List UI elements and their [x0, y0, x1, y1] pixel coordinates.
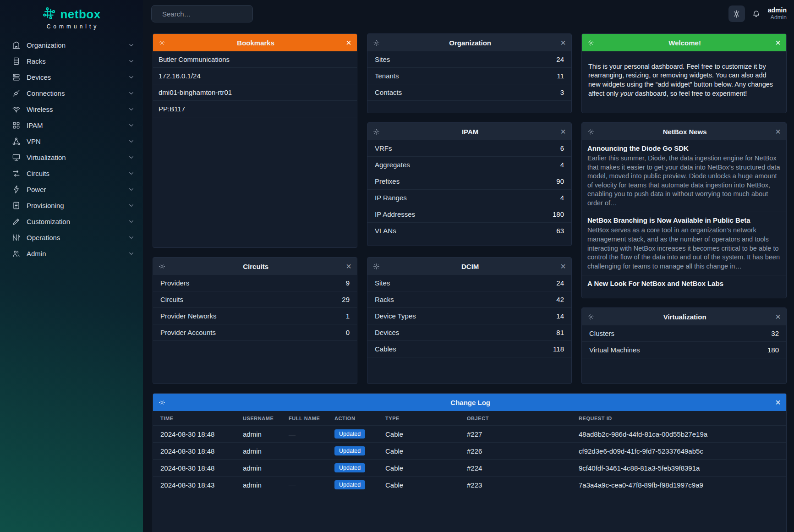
close-icon[interactable]: ×	[775, 127, 781, 136]
stat-value[interactable]: 118	[553, 345, 564, 353]
stat-label[interactable]: Racks	[375, 296, 394, 303]
changelog-object-link[interactable]: #224	[463, 460, 575, 477]
gear-icon[interactable]	[373, 263, 380, 270]
changelog-request-id-link[interactable]: 7a3a4a9c-cea0-47f8-89fb-f98d1997c9a9	[575, 477, 786, 494]
brand[interactable]: netbox Community	[0, 0, 143, 30]
bookmark-item[interactable]: dmi01-binghamton-rtr01	[153, 84, 357, 101]
chevron-down-icon	[128, 58, 135, 65]
search-box[interactable]	[151, 5, 253, 22]
stat-value[interactable]: 9	[346, 279, 350, 287]
gear-icon[interactable]	[159, 263, 165, 270]
news-item-title[interactable]: Announcing the Diode Go SDK	[587, 144, 689, 152]
stat-value[interactable]: 3	[560, 88, 564, 96]
stat-label[interactable]: IP Ranges	[375, 194, 407, 202]
stat-label[interactable]: Virtual Machines	[589, 346, 640, 354]
close-icon[interactable]: ×	[560, 262, 566, 271]
stat-label[interactable]: IP Addresses	[375, 210, 415, 218]
stat-label[interactable]: Provider Accounts	[160, 329, 216, 336]
changelog-time-link[interactable]: 2024-08-30 18:48	[153, 426, 239, 443]
stat-value[interactable]: 42	[556, 296, 564, 303]
stat-label[interactable]: Sites	[375, 55, 390, 63]
sidebar-item-vpn[interactable]: VPN	[0, 133, 143, 149]
changelog-object-link[interactable]: #223	[463, 477, 575, 494]
stat-label[interactable]: VLANs	[375, 227, 396, 235]
stat-value[interactable]: 29	[342, 296, 350, 303]
stat-value[interactable]: 6	[560, 144, 564, 152]
stat-label[interactable]: Aggregates	[375, 161, 410, 169]
news-item-title[interactable]: A New Look For NetBox and NetBox Labs	[587, 280, 723, 287]
changelog-time-link[interactable]: 2024-08-30 18:48	[153, 443, 239, 460]
brand-subtitle: Community	[44, 23, 99, 30]
close-icon[interactable]: ×	[775, 398, 781, 407]
bookmark-item[interactable]: 172.16.0.1/24	[153, 68, 357, 84]
netbox-app: netbox Community Organization Racks Devi…	[0, 0, 794, 532]
close-icon[interactable]: ×	[775, 38, 781, 47]
close-icon[interactable]: ×	[346, 262, 351, 271]
stat-value[interactable]: 180	[553, 210, 564, 218]
sidebar-item-customization[interactable]: Customization	[0, 214, 143, 230]
stat-value[interactable]: 24	[556, 279, 564, 287]
close-icon[interactable]: ×	[775, 312, 781, 321]
bookmark-item[interactable]: Butler Communications	[153, 51, 357, 68]
changelog-time-link[interactable]: 2024-08-30 18:43	[153, 477, 239, 494]
changelog-object-link[interactable]: #227	[463, 426, 575, 443]
gear-icon[interactable]	[587, 313, 594, 320]
stat-label[interactable]: Sites	[375, 279, 390, 287]
gear-icon[interactable]	[159, 39, 165, 46]
stat-label[interactable]: Clusters	[589, 329, 614, 337]
stat-label[interactable]: Providers	[160, 279, 189, 287]
close-icon[interactable]: ×	[346, 38, 351, 47]
sidebar-item-provisioning[interactable]: Provisioning	[0, 197, 143, 214]
stat-value[interactable]: 81	[556, 329, 564, 336]
sidebar-item-organization[interactable]: Organization	[0, 37, 143, 53]
sidebar-item-wireless[interactable]: Wireless	[0, 101, 143, 117]
stat-value[interactable]: 4	[560, 161, 564, 169]
search-input[interactable]	[161, 10, 254, 18]
sidebar-item-operations[interactable]: Operations	[0, 230, 143, 246]
stat-value[interactable]: 11	[557, 72, 564, 80]
changelog-object-link[interactable]: #226	[463, 443, 575, 460]
bookmark-item[interactable]: PP:B117	[153, 101, 357, 117]
theme-toggle-button[interactable]	[728, 5, 745, 22]
stat-value[interactable]: 63	[556, 227, 564, 235]
stat-value[interactable]: 24	[556, 55, 564, 63]
changelog-request-id-link[interactable]: 48ad8b2c-986d-44fd-81ca-00d55b27e19a	[575, 426, 786, 443]
gear-icon[interactable]	[373, 39, 380, 46]
stat-label[interactable]: Tenants	[375, 72, 399, 80]
sidebar-item-ipam[interactable]: IPAM	[0, 117, 143, 133]
changelog-request-id-link[interactable]: 9cf40fdf-3461-4c88-81a3-5feb39f8391a	[575, 460, 786, 477]
stat-label[interactable]: VRFs	[375, 144, 392, 152]
stat-value[interactable]: 4	[560, 194, 564, 202]
stat-value[interactable]: 14	[556, 312, 564, 320]
stat-label[interactable]: Contacts	[375, 88, 402, 96]
stat-value[interactable]: 90	[556, 177, 564, 185]
stat-value[interactable]: 0	[346, 329, 350, 336]
sidebar-item-racks[interactable]: Racks	[0, 53, 143, 69]
sidebar-item-connections[interactable]: Connections	[0, 85, 143, 101]
changelog-request-id-link[interactable]: cf92d3e6-d09d-41fc-9fd7-52337649ab5c	[575, 443, 786, 460]
sidebar-item-power[interactable]: Power	[0, 181, 143, 197]
news-item-title[interactable]: NetBox Branching is Now Available in Pub…	[587, 216, 750, 224]
close-icon[interactable]: ×	[560, 127, 566, 136]
stat-label[interactable]: Cables	[375, 345, 396, 353]
stat-label[interactable]: Device Types	[375, 312, 416, 320]
sidebar-item-circuits[interactable]: Circuits	[0, 165, 143, 181]
gear-icon[interactable]	[373, 128, 380, 135]
notifications-bell-icon[interactable]	[752, 10, 761, 18]
gear-icon[interactable]	[587, 39, 594, 46]
gear-icon[interactable]	[587, 128, 594, 135]
stat-label[interactable]: Devices	[375, 329, 399, 336]
sidebar-item-devices[interactable]: Devices	[0, 69, 143, 85]
user-menu[interactable]: admin Admin	[768, 6, 787, 21]
gear-icon[interactable]	[159, 399, 165, 406]
stat-value[interactable]: 180	[767, 346, 779, 354]
sidebar-item-admin[interactable]: Admin	[0, 246, 143, 262]
stat-label[interactable]: Prefixes	[375, 177, 400, 185]
stat-value[interactable]: 32	[771, 329, 779, 337]
sidebar-item-virtualization[interactable]: Virtualization	[0, 149, 143, 165]
stat-label[interactable]: Circuits	[160, 296, 183, 303]
changelog-time-link[interactable]: 2024-08-30 18:48	[153, 460, 239, 477]
stat-label[interactable]: Provider Networks	[160, 312, 217, 320]
stat-value[interactable]: 1	[346, 312, 350, 320]
close-icon[interactable]: ×	[560, 38, 566, 47]
